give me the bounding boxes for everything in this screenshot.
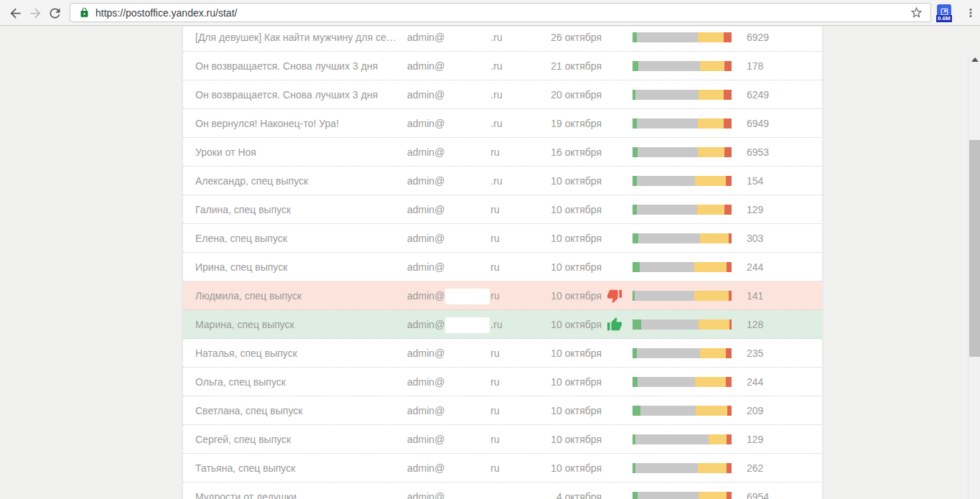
bar-segment-yellow bbox=[700, 233, 729, 243]
subject-cell[interactable]: Елена, спец выпуск bbox=[195, 224, 396, 253]
sender-email-cell: admin@ru bbox=[407, 425, 515, 454]
recipient-count-cell: 129 bbox=[747, 425, 811, 454]
bar-segment-yellow bbox=[694, 291, 729, 301]
scrollbar-thumb[interactable] bbox=[969, 140, 980, 357]
table-row[interactable]: Галина, спец выпускadmin@ru10 октября129 bbox=[183, 195, 822, 224]
table-row[interactable]: Уроки от Нояadmin@ru16 октября6953 bbox=[183, 138, 822, 167]
browser-menu-button[interactable] bbox=[961, 4, 980, 22]
subject-cell[interactable]: Марина, спец выпуск bbox=[195, 310, 396, 339]
table-row[interactable]: Татьяна, спец выпускadmin@ru10 октября26… bbox=[183, 454, 822, 482]
subject-cell[interactable]: Ольга, спец выпуск bbox=[195, 368, 396, 396]
table-row[interactable]: Он возвращается. Снова лучших 3 дняadmin… bbox=[183, 80, 822, 109]
thumb-up-icon[interactable] bbox=[607, 310, 628, 339]
delivery-stats-bar[interactable] bbox=[633, 233, 732, 243]
subject-cell[interactable]: Он возвращается. Снова лучших 3 дня bbox=[195, 80, 396, 109]
delivery-stats-bar[interactable] bbox=[633, 147, 732, 157]
subject-cell[interactable]: Он возвращается. Снова лучших 3 дня bbox=[195, 52, 396, 80]
delivery-stats-bar[interactable] bbox=[633, 118, 732, 129]
thumb-down-icon[interactable] bbox=[607, 281, 628, 310]
delivery-stats-bar[interactable] bbox=[633, 406, 732, 416]
sender-email-cell: admin@ru bbox=[407, 138, 515, 167]
subject-cell[interactable]: [Для девушек] Как найти мужчину для сер.… bbox=[195, 27, 396, 52]
delivery-stats-bar[interactable] bbox=[633, 463, 732, 473]
subject-cell[interactable]: Людмила, спец выпуск bbox=[195, 281, 396, 310]
delivery-stats-bar[interactable] bbox=[633, 90, 732, 100]
secure-lock-icon[interactable] bbox=[79, 7, 90, 18]
delivery-stats-bar[interactable] bbox=[633, 32, 732, 42]
recipient-count-cell: 6929 bbox=[747, 27, 811, 52]
subject-cell[interactable]: Сергей, спец выпуск bbox=[195, 425, 396, 454]
subject-cell[interactable]: Александр, спец выпуск bbox=[195, 167, 396, 195]
bar-segment-red bbox=[726, 348, 732, 358]
date-cell: 10 октября bbox=[506, 167, 602, 195]
sender-email-cell: admin@ru bbox=[407, 195, 515, 224]
email-tld: ru bbox=[490, 290, 499, 302]
table-row[interactable]: Он вернулся! Наконец-то! Ура!admin@.ru19… bbox=[183, 109, 822, 138]
bar-segment-yellow bbox=[698, 118, 724, 129]
subject-cell[interactable]: Он вернулся! Наконец-то! Ура! bbox=[195, 109, 396, 138]
extension-button[interactable]: 0.6M bbox=[936, 4, 953, 23]
delivery-stats-bar[interactable] bbox=[633, 205, 732, 215]
forward-button[interactable] bbox=[26, 4, 45, 22]
bar-segment-red bbox=[724, 205, 732, 215]
email-user: admin@ bbox=[407, 290, 444, 302]
recipient-count-cell: 141 bbox=[747, 281, 811, 310]
email-user: admin@ bbox=[407, 348, 444, 359]
delivery-stats-bar[interactable] bbox=[633, 492, 732, 499]
email-user: admin@ bbox=[407, 204, 444, 215]
delivery-stats-bar[interactable] bbox=[633, 61, 732, 71]
bookmark-star-icon[interactable] bbox=[910, 6, 923, 19]
bar-segment-yellow bbox=[698, 32, 724, 42]
subject-cell[interactable]: Галина, спец выпуск bbox=[195, 195, 396, 224]
bar-segment-gray bbox=[637, 118, 699, 129]
page-scrollbar[interactable] bbox=[968, 53, 980, 499]
table-row[interactable]: Светлана, спец выпускadmin@ru10 октября2… bbox=[183, 396, 822, 425]
back-button[interactable] bbox=[6, 4, 24, 22]
email-user: admin@ bbox=[407, 319, 444, 330]
table-row[interactable]: [Для девушек] Как найти мужчину для сер.… bbox=[183, 27, 822, 52]
subject-cell[interactable]: Уроки от Ноя bbox=[195, 138, 396, 167]
sender-email-cell: admin@ru bbox=[407, 224, 515, 253]
redacted-domain-box bbox=[445, 145, 490, 161]
delivery-stats-bar[interactable] bbox=[633, 377, 732, 387]
subject-cell[interactable]: Ирина, спец выпуск bbox=[195, 253, 396, 281]
table-row[interactable]: Ирина, спец выпускadmin@ru10 октября244 bbox=[183, 253, 822, 281]
redacted-domain-box bbox=[445, 30, 490, 46]
delivery-stats-bar[interactable] bbox=[633, 348, 732, 358]
subject-cell[interactable]: Мудрости от дедушки bbox=[195, 482, 396, 499]
sender-email-cell: admin@.ru bbox=[407, 109, 515, 138]
subject-cell[interactable]: Светлана, спец выпуск bbox=[195, 396, 396, 425]
table-row[interactable]: Он возвращается. Снова лучших 3 дняadmin… bbox=[183, 52, 822, 80]
url-text[interactable]: https://postoffice.yandex.ru/stat/ bbox=[95, 7, 910, 19]
table-row[interactable]: Ольга, спец выпускadmin@ru10 октября244 bbox=[183, 368, 822, 396]
table-row[interactable]: Наталья, спец выпускadmin@ru10 октября23… bbox=[183, 339, 822, 368]
bar-segment-yellow bbox=[695, 176, 726, 186]
redacted-domain-box bbox=[445, 116, 490, 132]
bar-segment-red bbox=[724, 61, 732, 71]
table-row[interactable]: Людмила, спец выпускadmin@ru10 октября14… bbox=[183, 281, 822, 310]
delivery-stats-bar[interactable] bbox=[633, 176, 732, 186]
table-row[interactable]: Сергей, спец выпускadmin@ru10 октября129 bbox=[183, 425, 822, 454]
delivery-stats-bar[interactable] bbox=[633, 320, 732, 330]
table-row[interactable]: Александр, спец выпускadmin@.ru10 октябр… bbox=[183, 167, 822, 195]
address-bar[interactable]: https://postoffice.yandex.ru/stat/ bbox=[70, 3, 931, 22]
delivery-stats-bar[interactable] bbox=[633, 262, 732, 272]
delivery-stats-bar[interactable] bbox=[633, 291, 732, 301]
table-row[interactable]: Марина, спец выпускadmin@.ru10 октября12… bbox=[183, 310, 822, 339]
bar-segment-red bbox=[727, 434, 732, 444]
bar-segment-green bbox=[633, 147, 638, 157]
bar-segment-red bbox=[724, 118, 732, 129]
bar-segment-gray bbox=[638, 377, 695, 387]
table-row[interactable]: Елена, спец выпускadmin@ru10 октября303 bbox=[183, 224, 822, 253]
redacted-domain-box bbox=[445, 375, 490, 391]
bar-segment-green bbox=[633, 320, 641, 330]
date-cell: 19 октября bbox=[506, 109, 602, 138]
bar-segment-gray bbox=[637, 176, 695, 186]
refresh-button[interactable] bbox=[45, 4, 64, 22]
subject-cell[interactable]: Наталья, спец выпуск bbox=[195, 339, 396, 368]
table-row[interactable]: Мудрости от дедушкиadmin@4 октября6954 bbox=[183, 482, 822, 499]
delivery-stats-bar[interactable] bbox=[633, 434, 732, 444]
scroll-up-arrow-icon[interactable] bbox=[971, 57, 979, 62]
subject-cell[interactable]: Татьяна, спец выпуск bbox=[195, 454, 396, 482]
bar-segment-yellow bbox=[698, 463, 727, 473]
